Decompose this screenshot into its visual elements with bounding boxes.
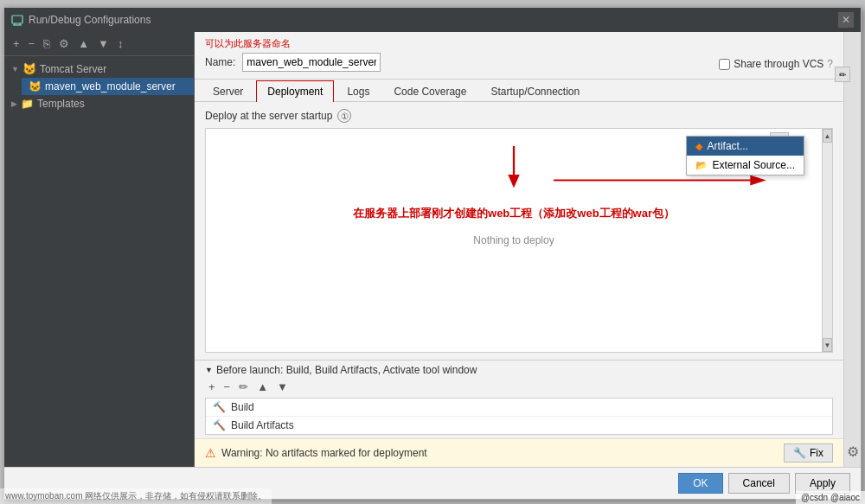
launch-toolbar: + − ✏ ▲ ▼ xyxy=(205,380,833,394)
launch-down-button[interactable]: ▼ xyxy=(273,380,292,394)
tab-server[interactable]: Server xyxy=(202,80,254,102)
copy-config-button[interactable]: ⎘ xyxy=(40,36,54,51)
share-label: Share through VCS xyxy=(734,58,823,70)
move-up-button[interactable]: ▲ xyxy=(74,36,93,51)
tomcat-child-icon: 🐱 xyxy=(29,80,42,93)
name-share-row: Name: Share through VCS ? xyxy=(205,53,833,75)
external-label: External Source... xyxy=(713,159,795,171)
fix-button[interactable]: 🔧 Fix xyxy=(784,443,833,463)
external-icon: 📂 xyxy=(695,160,708,171)
dialog-content: + − ⎘ ⚙ ▲ ▼ ↕ ▼ 🐱 Tomcat Server 🐱 maven_… xyxy=(4,32,861,467)
ok-button[interactable]: OK xyxy=(678,473,722,494)
dropdown-item-external[interactable]: 📂 External Source... xyxy=(687,156,804,175)
fix-icon: 🔧 xyxy=(793,447,806,459)
deploy-area: Deploy at the server startup ① ◆ Artifac… xyxy=(195,102,843,360)
deploy-label: Deploy at the server startup ① xyxy=(205,109,833,123)
tab-logs[interactable]: Logs xyxy=(336,80,381,102)
launch-item-build-artifacts: 🔨 Build Artifacts xyxy=(206,417,832,434)
launch-up-button[interactable]: ▲ xyxy=(253,380,272,394)
add-config-button[interactable]: + xyxy=(10,36,23,51)
deploy-scrollbar: ▲ ▼ xyxy=(822,129,832,352)
dialog-title: Run/Debug Configurations xyxy=(29,14,151,26)
scroll-down-button[interactable]: ▼ xyxy=(823,338,832,352)
tabs-bar: Server Deployment Logs Code Coverage Sta… xyxy=(195,80,843,102)
title-bar: Run/Debug Configurations ✕ xyxy=(4,8,861,32)
launch-item-build: 🔨 Build xyxy=(206,399,832,417)
remove-config-button[interactable]: − xyxy=(25,36,39,51)
close-button[interactable]: ✕ xyxy=(838,12,854,28)
scroll-up-button[interactable]: ▲ xyxy=(823,129,832,143)
build-label: Build xyxy=(231,401,254,413)
tomcat-children: 🐱 maven_web_module_server xyxy=(4,78,194,95)
settings-config-button[interactable]: ⚙ xyxy=(55,36,73,51)
templates-icon: 📁 xyxy=(21,98,34,110)
name-row: Name: xyxy=(205,53,381,72)
fix-label: Fix xyxy=(810,447,823,459)
tab-coverage[interactable]: Code Coverage xyxy=(382,80,477,102)
title-bar-left: Run/Debug Configurations xyxy=(11,14,151,26)
csdn-badge: @csdn @aiaoc xyxy=(796,491,865,504)
dialog-icon xyxy=(11,14,23,26)
artifact-icon: ◆ xyxy=(695,141,702,152)
run-debug-dialog: Run/Debug Configurations ✕ + − ⎘ ⚙ ▲ ▼ ↕… xyxy=(3,7,862,500)
sort-button[interactable]: ↕ xyxy=(114,36,127,51)
build-artifacts-icon: 🔨 xyxy=(213,419,226,431)
launch-add-button[interactable]: + xyxy=(205,380,219,394)
warning-icon: ⚠ xyxy=(205,446,216,460)
artifact-label: Artifact... xyxy=(708,140,748,152)
before-launch-chevron-icon: ▼ xyxy=(205,366,213,374)
deploy-list-container: ◆ Artifact... 📂 External Source... Nothi… xyxy=(205,128,833,353)
before-launch-header: ▼ Before launch: Build, Build Artifacts,… xyxy=(205,364,833,376)
watermark: www.toymoban.com 网络仅供展示，非存储，如有侵权请联系删除。 xyxy=(0,488,272,504)
left-toolbar: + − ⎘ ⚙ ▲ ▼ ↕ xyxy=(4,32,194,56)
chevron-right-icon: ▶ xyxy=(11,99,17,108)
warning-text: Warning: No artifacts marked for deploym… xyxy=(221,447,778,459)
maven-server-label: maven_web_module_server xyxy=(45,80,176,93)
left-panel: + − ⎘ ⚙ ▲ ▼ ↕ ▼ 🐱 Tomcat Server 🐱 maven_… xyxy=(4,32,195,467)
launch-list: 🔨 Build 🔨 Build Artifacts xyxy=(205,398,833,435)
tree-item-maven-server[interactable]: 🐱 maven_web_module_server xyxy=(22,78,194,95)
build-icon: 🔨 xyxy=(213,401,226,413)
tab-startup[interactable]: Startup/Connection xyxy=(479,80,591,102)
scroll-track xyxy=(823,143,832,338)
artifact-dropdown: ◆ Artifact... 📂 External Source... xyxy=(686,136,804,175)
name-label: Name: xyxy=(205,56,235,68)
tree-item-tomcat[interactable]: ▼ 🐱 Tomcat Server xyxy=(4,60,194,78)
move-down-button[interactable]: ▼ xyxy=(94,36,112,51)
chevron-down-icon: ▼ xyxy=(11,65,19,73)
cancel-button[interactable]: Cancel xyxy=(728,473,790,494)
before-launch-section: ▼ Before launch: Build, Build Artifacts,… xyxy=(195,360,843,438)
tree-item-templates[interactable]: ▶ 📁 Templates xyxy=(4,95,194,112)
dropdown-item-artifact[interactable]: ◆ Artifact... xyxy=(687,137,804,156)
right-sidebar: ⚙ xyxy=(843,32,861,467)
before-launch-label: Before launch: Build, Build Artifacts, A… xyxy=(216,364,477,376)
warning-bar: ⚠ Warning: No artifacts marked for deplo… xyxy=(195,438,843,467)
nothing-to-deploy: Nothing to deploy xyxy=(473,234,554,246)
build-artifacts-label: Build Artifacts xyxy=(231,419,294,431)
config-header: 可以为此服务器命名 Name: Share through VCS ? xyxy=(195,32,843,80)
share-row: Share through VCS ? xyxy=(719,58,833,70)
circle-one: ① xyxy=(337,109,351,123)
svg-rect-0 xyxy=(12,16,22,23)
tomcat-icon: 🐱 xyxy=(22,62,36,75)
launch-remove-button[interactable]: − xyxy=(221,380,234,394)
name-input[interactable] xyxy=(242,53,381,72)
right-panel: 可以为此服务器命名 Name: Share through VCS ? Serv… xyxy=(195,32,843,467)
config-hint: 可以为此服务器命名 xyxy=(205,37,833,50)
config-tree: ▼ 🐱 Tomcat Server 🐱 maven_web_module_ser… xyxy=(4,56,194,467)
deploy-label-text: Deploy at the server startup xyxy=(205,110,332,122)
share-checkbox[interactable] xyxy=(719,59,730,70)
help-icon[interactable]: ? xyxy=(827,58,833,70)
tomcat-server-label: Tomcat Server xyxy=(40,63,106,75)
tab-deployment[interactable]: Deployment xyxy=(256,80,334,102)
chinese-annotation: 在服务器上部署刚才创建的web工程（添加改web工程的war包） xyxy=(353,206,675,221)
templates-label: Templates xyxy=(37,98,85,110)
launch-edit-button[interactable]: ✏ xyxy=(235,380,252,394)
gear-sidebar-button[interactable]: ⚙ xyxy=(847,443,859,460)
